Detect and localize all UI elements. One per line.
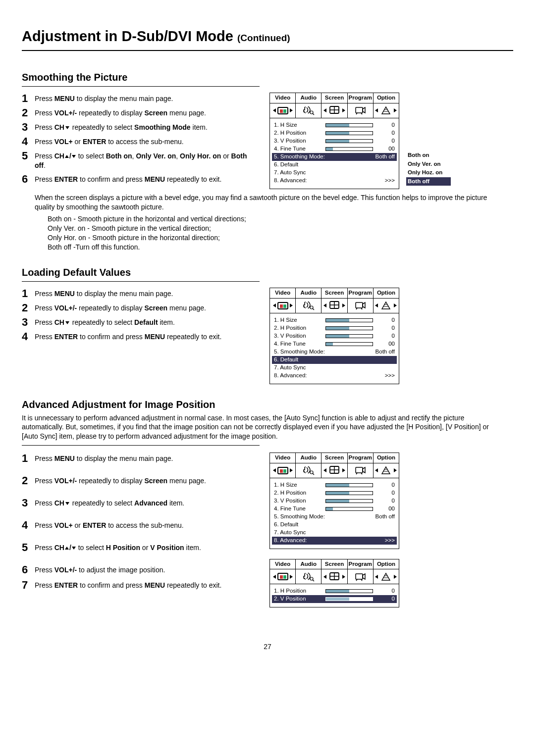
osd-item: 5. Smoothing Mode:Both off [274,513,395,521]
steps-default: 1Press MENU to display the menu main pag… [22,288,260,342]
osd-item: 7. Auto Sync [274,169,395,177]
step-text: Press CH repeatedly to select Advanced i… [35,497,184,508]
osd-tab-option: Option [374,453,399,463]
video-icon [270,463,296,478]
svg-line-1 [313,113,314,115]
osd-tab-screen: Screen [321,453,347,463]
osd-item: 4. Fine Tune00 [274,145,395,153]
osd-tab-video: Video [270,93,296,103]
explain-list: Both on - Smooth picture in the horizont… [48,214,513,252]
step-text: Press ENTER to confirm and press MENU re… [35,331,221,342]
option-icon [374,299,399,313]
section-title-default: Loading Default Values [22,266,513,279]
audio-icon [296,569,321,584]
svg-line-9 [313,308,314,310]
step-text: Press VOL+ or ENTER to access the sub-me… [35,519,184,530]
osd-tab-program: Program [348,453,374,463]
step-text: Press CH/ to select Both on, Only Ver. o… [35,150,260,170]
chevron-up-icon [65,155,69,158]
osd-tab-option: Option [374,559,399,569]
osd-item-selected: 2. V Position0 [272,595,397,603]
osd-tab-program: Program [348,288,374,298]
osd-item: 8. Advanced:>>> [274,177,395,185]
step-text: Press MENU to display the menu main page… [35,453,173,463]
osd-item: 2. H Position0 [274,129,395,137]
osd-tab-video: Video [270,453,296,463]
chevron-down-icon [65,126,69,129]
section-title-smoothing: Smoothing the Picture [22,71,513,84]
step-text: Press ENTER to confirm and press MENU re… [35,173,221,184]
osd-item: 3. V Position0 [274,137,395,145]
osd-tab-program: Program [348,559,374,569]
program-icon [348,569,374,584]
osd-item: 5. Smoothing Mode:Both off [274,348,395,356]
osd-tab-audio: Audio [296,288,321,298]
osd-item-selected: 8. Advanced:>>> [272,537,397,545]
osd-item: 1. H Size0 [274,316,395,324]
svg-rect-5 [356,107,363,113]
screen-icon [321,463,347,478]
osd-tab-program: Program [348,93,374,103]
video-icon [270,103,296,118]
page-title-sub: (Continued) [237,33,290,43]
audio-icon [296,463,321,478]
step-text: Press MENU to display the menu main page… [35,288,173,299]
osd-item: 3. V Position0 [274,332,395,340]
step-text: Press VOL+/- repeatedly to display Scree… [35,107,206,118]
osd-tab-audio: Audio [296,453,321,463]
osd-item: 8. Advanced:>>> [274,372,395,380]
osd-tab-screen: Screen [321,288,347,298]
osd-item: 1. H Size0 [274,121,395,129]
osd-tab-screen: Screen [321,93,347,103]
osd-item: 2. H Position0 [274,324,395,332]
chevron-down-icon [72,155,76,158]
chevron-down-icon [65,502,69,505]
page-title-main: Adjustment in D-Sub/DVI Mode [22,28,237,44]
option-icon [374,103,399,118]
screen-icon [321,103,347,118]
osd-tab-screen: Screen [321,559,347,569]
explain-text: When the screen displays a picture with … [35,193,495,212]
steps-advanced: 1Press MENU to display the menu main pag… [22,453,260,591]
option-icon [374,569,399,584]
svg-rect-21 [356,467,363,473]
osd-item: 1. H Position0 [274,587,395,595]
osd-item: 6. Default [274,161,395,169]
osd-item: 1. H Size0 [274,481,395,489]
audio-icon [296,103,321,118]
program-icon [348,463,374,478]
osd-item: 3. V Position0 [274,497,395,505]
divider [22,86,260,87]
step-text: Press VOL+/- repeatedly to display Scree… [35,475,206,486]
osd-default: Video Audio Screen Program Option 1. H S… [269,288,399,384]
svg-rect-29 [356,574,363,579]
submenu-option: Both on [406,151,451,160]
osd-item: 7. Auto Sync [274,529,395,537]
step-text: Press ENTER to confirm and press MENU re… [35,579,221,590]
chevron-down-icon [72,547,76,550]
screen-icon [321,569,347,584]
program-icon [348,299,374,313]
step-text: Press CH repeatedly to select Default it… [35,316,175,327]
osd-tab-video: Video [270,559,296,569]
step-text: Press CH/ to select H Position or V Posi… [35,542,201,553]
osd-tab-video: Video [270,288,296,298]
osd-smoothing: Video Audio Screen Program Option 1. H S… [269,93,451,189]
osd-advanced: Video Audio Screen Program Option 1. H S… [269,453,399,549]
step-text: Press VOL+/- to adjust the image positio… [35,564,165,575]
submenu-option-selected: Both off [406,177,451,186]
submenu-option: Only Ver. on [406,160,451,169]
screen-icon [321,299,347,313]
step-text: Press MENU to display the menu main page… [35,93,173,103]
svg-line-25 [313,580,314,581]
step-text: Press CH repeatedly to select Smoothing … [35,121,208,132]
osd-item: 6. Default [274,521,395,529]
section-title-advanced: Advanced Adjustment for Image Position [22,398,513,411]
video-icon [270,569,296,584]
osd-item-selected: 6. Default [272,356,397,364]
step-text: Press VOL+/- repeatedly to display Scree… [35,302,206,313]
intro-text: It is unnecessary to perform advanced ad… [22,413,502,442]
page-number: 27 [22,642,513,652]
option-icon [374,463,399,478]
osd-submenu: Both on Only Ver. on Only Hoz. on Both o… [406,151,451,186]
